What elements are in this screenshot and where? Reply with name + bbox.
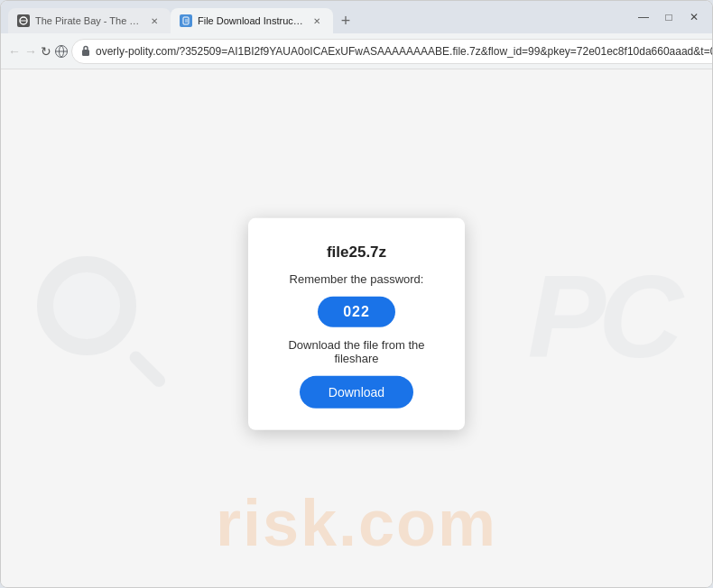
window-controls: — □ ✕ <box>625 6 705 28</box>
tab-favicon-pirate <box>17 14 30 27</box>
dialog-filename: file25.7z <box>327 243 386 262</box>
magnifier-watermark <box>28 256 172 400</box>
tab-favicon-file <box>180 14 192 27</box>
address-text: overly-polity.com/?352509=AI1BI2f9YAUA0o… <box>96 45 713 58</box>
close-button[interactable]: ✕ <box>683 6 705 28</box>
dialog-password-label: Remember the password: <box>290 272 424 286</box>
tab-close-file[interactable]: ✕ <box>310 14 324 28</box>
tab-title-pirate: The Pirate Bay - The galaxy's m... <box>35 15 142 26</box>
tab-close-pirate[interactable]: ✕ <box>147 14 162 28</box>
site-info-button[interactable] <box>55 39 68 64</box>
nav-bar: ← → ↻ overly-polity.com/?352509=AI1BI2f9… <box>1 33 712 69</box>
download-button[interactable]: Download <box>300 376 413 409</box>
address-bar[interactable]: overly-polity.com/?352509=AI1BI2f9YAUA0o… <box>71 39 713 64</box>
download-dialog: file25.7z Remember the password: 022 Dow… <box>248 218 465 430</box>
page-content: PC risk.com file25.7z Remember the passw… <box>1 69 712 587</box>
title-bar: The Pirate Bay - The galaxy's m... ✕ Fil… <box>1 1 712 33</box>
dialog-password-badge: 022 <box>318 297 395 327</box>
dialog-fileshare-text: Download the file from the fileshare <box>270 338 443 365</box>
tabs-area: The Pirate Bay - The galaxy's m... ✕ Fil… <box>8 1 625 33</box>
maximize-button[interactable]: □ <box>658 6 680 28</box>
risk-watermark-text: risk.com <box>216 486 497 560</box>
new-tab-button[interactable]: + <box>333 8 358 33</box>
forward-button[interactable]: → <box>24 39 37 64</box>
tab-pirate-bay[interactable]: The Pirate Bay - The galaxy's m... ✕ <box>8 8 171 33</box>
refresh-button[interactable]: ↻ <box>41 39 51 64</box>
tab-title-file: File Download Instructions for... <box>198 15 304 26</box>
browser-window: The Pirate Bay - The galaxy's m... ✕ Fil… <box>0 0 713 588</box>
svg-rect-8 <box>82 50 89 56</box>
back-button[interactable]: ← <box>8 39 21 64</box>
minimize-button[interactable]: — <box>633 6 654 28</box>
lock-icon <box>81 45 90 58</box>
svg-rect-2 <box>183 17 189 24</box>
pc-watermark-text: PC <box>527 258 676 375</box>
tab-file-download[interactable]: File Download Instructions for... ✕ <box>171 8 333 33</box>
